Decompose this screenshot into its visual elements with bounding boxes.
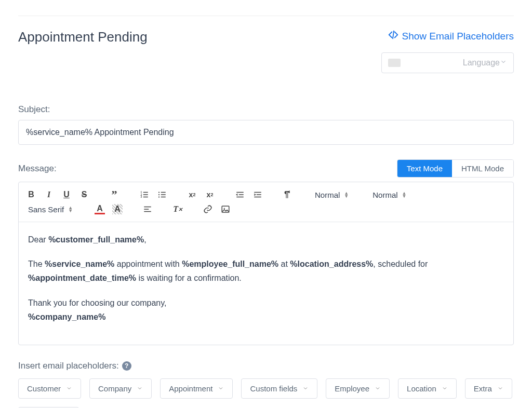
chevron-down-icon: [497, 385, 503, 391]
align-button[interactable]: [142, 204, 153, 214]
svg-point-5: [158, 196, 159, 197]
svg-point-7: [224, 208, 225, 209]
text-color-button[interactable]: A: [95, 204, 105, 214]
bold-button[interactable]: B: [26, 189, 36, 200]
chevron-down-icon: [500, 58, 507, 67]
chevron-down-icon: [375, 385, 381, 391]
message-label: Message:: [18, 164, 57, 174]
subscript-button[interactable]: x2: [187, 189, 197, 200]
editor-body[interactable]: Dear %customer_full_name%, The %service_…: [19, 222, 513, 345]
image-button[interactable]: [220, 204, 231, 214]
subject-input[interactable]: [18, 120, 514, 145]
chevron-down-icon: [302, 385, 309, 391]
chip-employee[interactable]: Employee: [326, 378, 390, 399]
placeholders-label-row: Insert email placeholders: ?: [18, 361, 514, 371]
chip-company[interactable]: Company: [89, 378, 152, 399]
select-arrows-icon: ▲▼: [344, 192, 349, 198]
heading-select[interactable]: Normal ▲▼: [313, 191, 351, 199]
superscript-button[interactable]: x2: [205, 189, 215, 200]
link-button[interactable]: [203, 204, 213, 214]
show-email-placeholders-button[interactable]: Show Email Placeholders: [388, 29, 514, 43]
chevron-down-icon: [218, 385, 224, 391]
chip-appointment[interactable]: Appointment: [160, 378, 233, 399]
page-title: Appointment Pending: [18, 29, 148, 45]
chip-customer[interactable]: Customer: [18, 378, 81, 399]
strike-button[interactable]: S: [79, 189, 89, 200]
flag-icon: [388, 59, 401, 67]
header-row: Appointment Pending Show Email Placehold…: [18, 16, 514, 73]
header-right: Show Email Placeholders Language: [381, 29, 514, 73]
italic-button[interactable]: I: [44, 189, 54, 200]
indent-button[interactable]: [252, 189, 263, 200]
font-select[interactable]: Sans Serif ▲▼: [26, 205, 75, 214]
svg-point-3: [158, 192, 159, 193]
message-header: Message: Text Mode HTML Mode: [18, 159, 514, 178]
placeholder-chips: Customer Company Appointment Custom fiel…: [18, 378, 514, 408]
text-mode-button[interactable]: Text Mode: [397, 160, 452, 177]
chip-extra[interactable]: Extra: [465, 378, 512, 399]
ordered-list-button[interactable]: 123: [139, 189, 150, 200]
editor-mode-toggle: Text Mode HTML Mode: [397, 159, 514, 178]
chevron-down-icon: [137, 385, 143, 391]
svg-text:3: 3: [141, 195, 142, 198]
chevron-down-icon: [66, 385, 72, 391]
chip-location[interactable]: Location: [398, 378, 457, 399]
outdent-button[interactable]: [235, 189, 245, 200]
code-icon: [388, 29, 399, 43]
chevron-down-icon: [442, 385, 448, 391]
direction-button[interactable]: ¶◂: [283, 189, 293, 200]
editor-toolbar: B I U S ” 123 x2 x2: [19, 182, 513, 222]
select-arrows-icon: ▲▼: [68, 206, 73, 212]
size-select[interactable]: Normal ▲▼: [370, 191, 408, 199]
show-placeholders-label: Show Email Placeholders: [402, 31, 514, 42]
select-arrows-icon: ▲▼: [402, 192, 407, 198]
language-placeholder: Language: [406, 58, 500, 67]
unordered-list-button[interactable]: [157, 189, 167, 200]
underline-button[interactable]: U: [61, 189, 72, 200]
chip-custom-fields[interactable]: Custom fields: [241, 378, 317, 399]
subject-label: Subject:: [18, 104, 514, 115]
svg-point-4: [158, 194, 159, 195]
text-highlight-button[interactable]: A: [112, 204, 123, 214]
rich-text-editor: B I U S ” 123 x2 x2: [18, 182, 514, 345]
blockquote-button[interactable]: ”: [109, 189, 119, 200]
help-icon[interactable]: ?: [122, 361, 131, 371]
clear-format-button[interactable]: T✕: [172, 204, 183, 214]
language-select[interactable]: Language: [381, 52, 514, 73]
placeholders-label: Insert email placeholders:: [18, 361, 119, 371]
html-mode-button[interactable]: HTML Mode: [452, 160, 513, 177]
